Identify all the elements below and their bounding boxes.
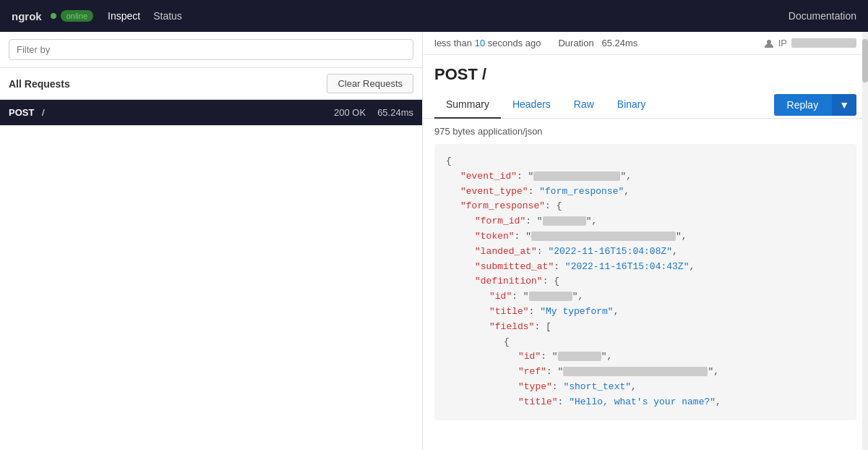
meta-time: less than 10 seconds ago (434, 38, 541, 48)
ip-label: IP (778, 38, 787, 48)
online-badge: online (61, 10, 93, 22)
clear-requests-button[interactable]: Clear Requests (327, 74, 413, 93)
main-container: All Requests Clear Requests POST / 200 O… (0, 32, 868, 450)
meta-duration: Duration 65.24ms (558, 38, 637, 48)
right-panel: less than 10 seconds ago Duration 65.24m… (423, 32, 868, 450)
status-badge: 200 OK (334, 107, 366, 118)
meta-time-value: 10 (475, 38, 485, 48)
method-badge: POST (9, 107, 38, 118)
request-meta-bar: less than 10 seconds ago Duration 65.24m… (423, 32, 868, 55)
replay-button[interactable]: Replay (774, 94, 832, 116)
replay-caret-button[interactable]: ▼ (831, 94, 856, 116)
status-dot-icon (51, 13, 56, 19)
tab-summary[interactable]: Summary (434, 91, 501, 119)
nav-inspect[interactable]: Inspect (108, 10, 140, 22)
requests-header: All Requests Clear Requests (0, 68, 422, 100)
right-panel-scroll[interactable]: less than 10 seconds ago Duration 65.24m… (423, 32, 868, 450)
json-viewer: { "event_id": " ", "event_type": "form_r… (434, 144, 856, 420)
replay-button-group: Replay ▼ (774, 94, 856, 116)
request-path: / (42, 107, 334, 118)
request-list: POST / 200 OK 65.24ms (0, 100, 422, 450)
content-info: 975 bytes application/json (423, 119, 868, 144)
user-icon (764, 38, 774, 48)
nav-status[interactable]: Status (153, 10, 182, 22)
ip-value (791, 38, 856, 48)
top-nav: ngrok online Inspect Status Documentatio… (0, 0, 868, 32)
request-duration: 65.24ms (377, 107, 413, 118)
meta-duration-value: 65.24ms (601, 38, 637, 48)
filter-bar (0, 32, 422, 68)
table-row[interactable]: POST / 200 OK 65.24ms (0, 100, 422, 126)
tabs-bar: Summary Headers Raw Binary Replay ▼ (423, 91, 868, 119)
meta-ip: IP (764, 38, 856, 48)
tab-binary[interactable]: Binary (606, 91, 658, 119)
nav-documentation[interactable]: Documentation (788, 10, 856, 22)
brand-logo: ngrok (12, 10, 42, 22)
filter-input[interactable] (9, 39, 413, 60)
tab-headers[interactable]: Headers (501, 91, 562, 119)
post-title: POST / (423, 55, 868, 91)
left-panel: All Requests Clear Requests POST / 200 O… (0, 32, 423, 450)
requests-title: All Requests (9, 78, 70, 90)
tab-raw[interactable]: Raw (562, 91, 606, 119)
